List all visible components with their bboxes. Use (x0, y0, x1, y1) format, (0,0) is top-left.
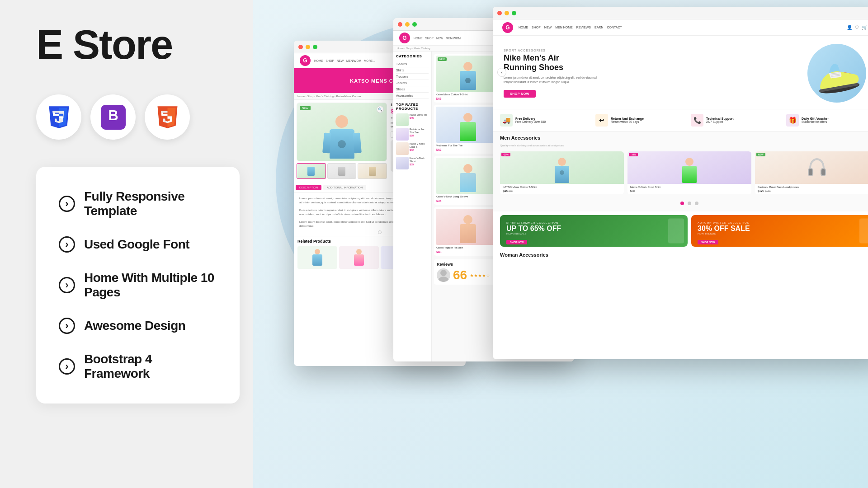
top-rated-section: TOP RATED PRODUCTS Katso Mens Tee $45 Pr… (396, 103, 429, 169)
accessory-info-1: KATSO Mens Cotton T-Shirt $45 $52 (500, 184, 624, 194)
browser-bar-right (493, 7, 868, 19)
product-card-4[interactable]: Katso V-Neck Long Sleeve $35 (434, 156, 502, 205)
thumb-3[interactable] (358, 163, 387, 179)
feature-label-1: Fully Responsive Template (84, 189, 217, 218)
product-main-image: NEW 🔍 (297, 103, 387, 161)
acc-body-2 (682, 166, 697, 183)
product-card-6[interactable]: Katso Regular Fit Shirt $48 (434, 207, 502, 256)
nav-more[interactable]: MORE... (364, 59, 375, 62)
related-product-1[interactable] (297, 246, 337, 269)
accessory-card-2[interactable]: -10% Men's V-Neck Short Shirt $38 (627, 151, 751, 194)
cat-accessories[interactable]: Accessories (396, 93, 429, 99)
nav-shop-mid[interactable]: SHOP (425, 37, 434, 40)
feature-item-3: Home With Multiple 10 Pages (59, 271, 217, 300)
cat-shirts[interactable]: Shirts (396, 67, 429, 74)
nav-men-mid[interactable]: MEN/WOM (446, 37, 461, 40)
person-4 (460, 158, 476, 194)
app-title: E Store (36, 23, 217, 67)
dot-active[interactable] (680, 202, 684, 205)
accessory-card-3[interactable]: NEW Fastrack Music Bass Headphones $120 … (755, 151, 868, 194)
acc-badge-2: -10% (629, 153, 638, 156)
promo-btn-yellow[interactable]: SHOP NOW (698, 240, 718, 244)
top-rated-title: TOP RATED PRODUCTS (396, 103, 429, 111)
nav-menwoman-right[interactable]: MEN HOME (555, 26, 573, 29)
acc-head-1 (558, 158, 566, 166)
zoom-icon[interactable]: 🔍 (377, 106, 384, 113)
thumb-2[interactable] (327, 163, 357, 179)
cat-shoes[interactable]: Shoes (396, 86, 429, 93)
woman-accessories-title: Woman Accessories (500, 252, 868, 258)
browser-homepage-right: G HOME SHOP NEW MEN HOME REVIEWS EARN CO… (493, 7, 868, 359)
body-1 (460, 71, 476, 90)
svg-rect-31 (809, 169, 812, 175)
nav-home-mid[interactable]: HOME (414, 37, 423, 40)
promo-card-green[interactable]: SPRING/SUMMER COLLECTION UP TO 65% OFF N… (500, 215, 688, 247)
nav-home[interactable]: HOME (314, 59, 323, 62)
acc-person-2 (682, 151, 697, 184)
thumb-tshirt-3 (369, 167, 376, 176)
css3-icon (47, 105, 71, 130)
dot-inactive-2[interactable] (695, 202, 698, 205)
hero-cta-btn[interactable]: SHOP NOW (504, 90, 536, 98)
thumb-tshirt-1 (307, 167, 315, 176)
scroll-indicator (378, 230, 382, 234)
support-text: Technical Support 24/7 Support (706, 117, 734, 123)
nav-men[interactable]: MEN/WOM (346, 59, 361, 62)
delivery-desc: Free Delivery Over $50 (515, 120, 546, 123)
product-card-img-4 (436, 158, 500, 194)
accessory-img-1: -15% (500, 151, 624, 184)
css3-icon-container (36, 94, 81, 140)
acc-price-1: $45 $52 (503, 189, 621, 192)
accessory-card-1[interactable]: -15% KATSO Mens Cotton T-Shirt $45 $52 (500, 151, 624, 194)
accessory-img-3: NEW (755, 151, 868, 184)
homepage-hero-section: Sport Accessories Nike Men's Air Running… (493, 36, 868, 109)
tab-description[interactable]: DESCRIPTION (296, 185, 321, 190)
svg-marker-4 (52, 111, 59, 113)
chevron-icon-5 (59, 358, 75, 375)
carousel-prev[interactable]: ‹ (497, 68, 506, 77)
top-rated-item-3: Katso V-Neck Long S $42 (396, 142, 429, 155)
nav-new-right[interactable]: NEW (544, 26, 552, 29)
nav-contact-right[interactable]: CONTACT (607, 26, 622, 29)
homepage-nav: G HOME SHOP NEW MEN HOME REVIEWS EARN CO… (493, 19, 868, 36)
nav-earn-right[interactable]: EARN (594, 26, 603, 29)
nav-new-mid[interactable]: NEW (436, 37, 443, 40)
acc-price-2: $38 (630, 189, 749, 192)
new-badge-1: NEW (438, 57, 447, 61)
dot-inactive-1[interactable] (688, 202, 691, 205)
cart-icon[interactable]: 🛒 (862, 25, 867, 30)
accessories-dots (493, 196, 868, 210)
cat-jackets[interactable]: Jackets (396, 80, 429, 86)
sidebar-mid: CATEGORIES T-Shirts Shirts Trousers Jack… (393, 52, 432, 361)
nav-reviews-right[interactable]: REVIEWS (576, 26, 591, 29)
cat-trousers[interactable]: Trousers (396, 74, 429, 80)
nav-new[interactable]: NEW (337, 59, 344, 62)
acc-badge-3: NEW (756, 153, 765, 156)
cat-tshirts[interactable]: T-Shirts (396, 61, 429, 67)
nav-home-right[interactable]: HOME (519, 26, 528, 29)
hero-shoe-circle (807, 44, 866, 103)
tab-additional[interactable]: ADDITIONAL INFORMATION (323, 185, 366, 190)
promo-card-yellow[interactable]: AUTUMN WINTER COLLECTION 30% OFF SALE NE… (691, 215, 868, 247)
top-rated-thumb-3 (396, 142, 409, 155)
rel-p1-body (312, 254, 322, 266)
product-card-3[interactable]: Problems For The Tee $42 (434, 105, 502, 154)
men-accessories-subtitle: Quality men's clothing and accessories a… (493, 144, 868, 150)
rel-p2-inner (354, 249, 364, 266)
rel-p1-head (315, 249, 320, 254)
dot-yellow-mid (405, 22, 410, 27)
person-body-main (330, 129, 354, 159)
person-3 (460, 107, 476, 143)
product-card-1[interactable]: NEW Katso Mens Cotton T-Shirt $45 (434, 54, 502, 103)
nav-shop-right[interactable]: SHOP (532, 26, 541, 29)
wishlist-icon[interactable]: ♡ (855, 25, 859, 30)
related-product-2[interactable] (339, 246, 379, 269)
acc-badge-1: -15% (501, 153, 510, 156)
user-icon[interactable]: 👤 (847, 25, 852, 30)
nav-shop[interactable]: SHOP (326, 59, 334, 62)
promo-btn-green[interactable]: SHOP NOW (506, 240, 527, 244)
right-panel: G HOME SHOP NEW MEN/WOM MORE... KATSO ME… (253, 0, 868, 488)
store-logo-left: G (300, 55, 311, 66)
top-rated-info-1: Katso Mens Tee $45 (410, 113, 427, 126)
thumb-1[interactable] (297, 163, 326, 179)
